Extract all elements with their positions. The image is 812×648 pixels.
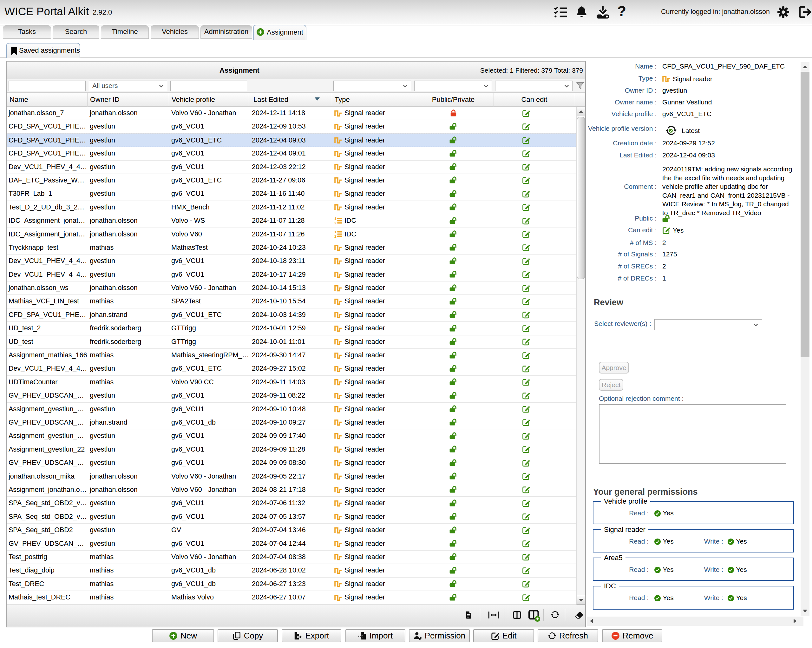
svg-text:2: 2 [334,221,336,225]
svg-text:1: 1 [334,217,337,220]
svg-text:1: 1 [334,230,337,234]
svg-text:2: 2 [334,234,336,238]
